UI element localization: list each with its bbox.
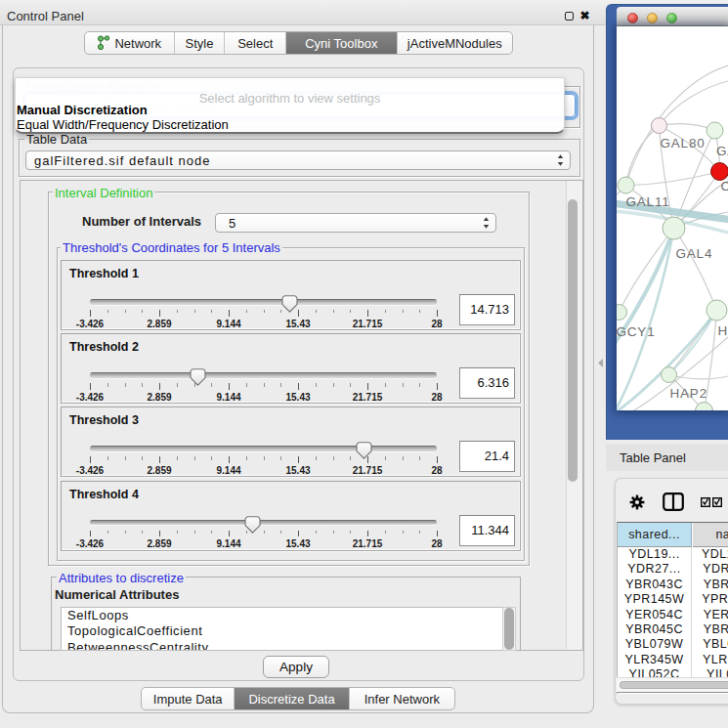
svg-text:GAL4: GAL4 <box>676 246 713 261</box>
svg-text:GAL11: GAL11 <box>626 194 670 209</box>
svg-text:HAP2: HAP2 <box>670 386 707 401</box>
svg-text:HI: HI <box>718 323 728 338</box>
svg-text:GAL80: GAL80 <box>661 136 706 150</box>
svg-text:GCY1: GCY1 <box>617 324 655 339</box>
svg-text:GA: GA <box>716 144 728 158</box>
svg-text:CY: CY <box>721 179 728 193</box>
